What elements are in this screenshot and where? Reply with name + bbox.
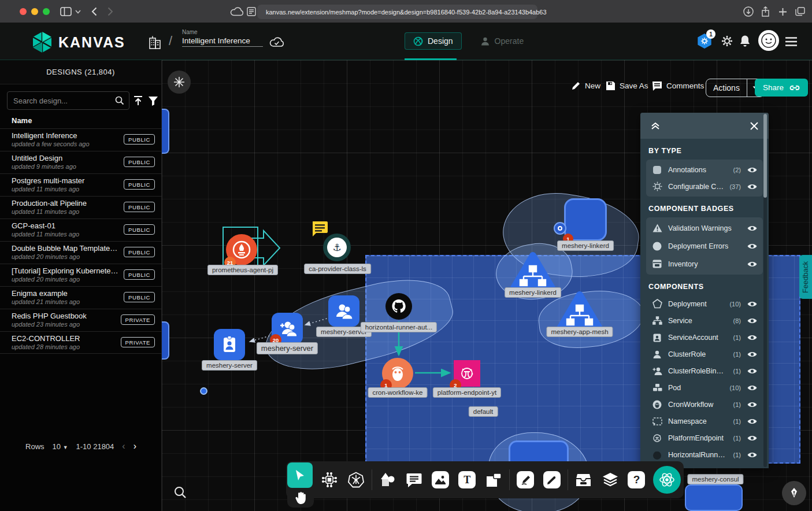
visibility-eye-icon[interactable] (747, 349, 757, 360)
tab-overview-icon[interactable] (795, 7, 805, 16)
comment-tool[interactable] (401, 473, 428, 487)
draw-pencil-tool[interactable] (539, 471, 565, 488)
visibility-eye-icon[interactable] (747, 316, 757, 326)
kubernetes-tool[interactable] (343, 472, 369, 488)
components-tool[interactable] (316, 472, 343, 487)
by-type-item[interactable]: Configurable Components (37) (646, 178, 763, 195)
component-item[interactable]: ServiceAccount (1) (646, 329, 763, 346)
design-row[interactable]: EC2-CONTROLLERupdated 28 minutes agoPRIV… (0, 331, 162, 354)
badge-toggle-item[interactable]: Deployment Errors (646, 237, 763, 255)
visibility-eye-icon[interactable] (747, 383, 757, 393)
panel-scrollbar[interactable] (763, 114, 767, 467)
design-row[interactable]: Untitled Designupdated 9 minutes agoPUBL… (0, 151, 162, 173)
new-button[interactable]: New (571, 81, 600, 91)
visibility-eye-icon[interactable] (747, 182, 757, 192)
meshery-server-serviceaccount-node[interactable] (214, 329, 245, 360)
visibility-eye-icon[interactable] (747, 259, 757, 269)
design-row[interactable]: Production-alt Pipelineupdated 11 minute… (0, 196, 162, 219)
component-item[interactable]: Service (8) (646, 312, 763, 329)
select-tool[interactable] (287, 462, 313, 488)
badge-toggle-item[interactable]: Inventory (646, 255, 763, 273)
downloads-icon[interactable] (743, 6, 754, 17)
component-item[interactable]: CronWorkflow (1) (646, 396, 763, 413)
design-name-input[interactable] (182, 35, 263, 47)
horizontal-runner-node[interactable] (385, 293, 412, 320)
new-tab-icon[interactable] (778, 8, 787, 16)
component-item[interactable]: ClusterRoleBinding (1) (646, 362, 763, 379)
prev-page-button[interactable]: ‹ (122, 441, 125, 451)
back-button[interactable] (91, 7, 97, 16)
design-row[interactable]: Redis PHP Guestbookupdated 23 minutes ag… (0, 309, 162, 331)
collapse-up-icon[interactable] (651, 122, 660, 130)
design-row[interactable]: Enigma exampleupdated 21 minutes agoPUBL… (0, 286, 162, 309)
extension-status[interactable]: 1 (697, 34, 712, 49)
text-tool[interactable]: T (454, 471, 480, 488)
by-type-item[interactable]: Annotations (2) (646, 161, 763, 178)
hamburger-menu-icon[interactable] (785, 37, 798, 46)
meshery-extension-button[interactable] (650, 466, 684, 494)
design-row[interactable]: [Tutorial] Exploring Kubernetes Podupdat… (0, 264, 162, 286)
component-item[interactable]: Deployment (10) (646, 295, 763, 312)
zoom-window-button[interactable] (43, 8, 50, 15)
reader-icon[interactable] (247, 7, 256, 16)
ca-provider-node[interactable]: ⚓ (323, 234, 351, 261)
snowflake-button[interactable] (168, 71, 191, 94)
selection-handle[interactable] (200, 387, 207, 395)
component-item[interactable]: PlatformEndpoint (1) (646, 429, 763, 446)
settings-gear-icon[interactable] (721, 35, 733, 47)
icloud-icon[interactable] (230, 7, 244, 16)
component-item[interactable]: HorizontalRunnerAutosc (1) (646, 446, 763, 463)
comment-annotation-icon[interactable] (311, 221, 328, 237)
pen-mode-button[interactable] (782, 481, 806, 505)
badge-toggle-item[interactable]: Validation Warnings (646, 219, 763, 237)
tab-operate[interactable]: Operate (472, 32, 532, 50)
component-item[interactable]: ClusterRole (1) (646, 346, 763, 362)
close-icon[interactable] (750, 122, 758, 130)
component-item[interactable]: Pod (10) (646, 379, 763, 396)
tab-design[interactable]: Design (405, 32, 462, 50)
visibility-eye-icon[interactable] (747, 433, 757, 443)
sidebar-toggle-icon[interactable] (60, 7, 72, 16)
meshery-server-clusterrole-node[interactable] (328, 295, 359, 327)
visibility-eye-icon[interactable] (747, 332, 757, 343)
edit-pen-tool[interactable] (512, 471, 539, 488)
minimize-window-button[interactable] (31, 8, 38, 15)
search-icon[interactable] (115, 96, 124, 105)
url-bar[interactable]: kanvas.new/extension/meshmap?mode=design… (257, 5, 537, 19)
visibility-eye-icon[interactable] (747, 399, 757, 410)
design-row[interactable]: Double Bubble Map Template-copyupdated 2… (0, 241, 162, 264)
comments-button[interactable]: Comments (652, 81, 704, 91)
share-page-icon[interactable] (761, 6, 770, 17)
visibility-eye-icon[interactable] (747, 366, 757, 376)
rows-per-page-select[interactable]: 10 ▼ (53, 442, 68, 451)
design-row[interactable]: Intelligent Inferenceupdated a few secon… (0, 128, 162, 151)
visibility-eye-icon[interactable] (747, 241, 757, 251)
component-item[interactable]: Namespace (1) (646, 413, 763, 429)
sidebar-chevron-icon[interactable] (75, 10, 81, 14)
image-tool[interactable] (427, 471, 454, 488)
visibility-eye-icon[interactable] (747, 416, 757, 427)
visibility-eye-icon[interactable] (747, 223, 757, 234)
notifications-bell-icon[interactable] (739, 35, 751, 47)
save-as-button[interactable]: Save As (606, 81, 648, 91)
layers-tool[interactable] (597, 472, 624, 487)
pan-tool[interactable] (287, 488, 314, 508)
search-input[interactable] (12, 96, 112, 106)
user-avatar[interactable] (758, 30, 779, 51)
share-button[interactable]: Share (755, 79, 808, 97)
next-page-button[interactable]: › (134, 441, 136, 451)
workspace-icon[interactable] (148, 35, 162, 50)
shape-tool[interactable] (480, 473, 507, 487)
shapes-tool[interactable] (375, 472, 401, 487)
feedback-tab[interactable]: Feedback (799, 255, 812, 299)
forward-button[interactable] (107, 7, 113, 16)
import-icon[interactable] (133, 95, 143, 106)
help-tool[interactable]: ? (624, 471, 650, 488)
close-window-button[interactable] (20, 8, 27, 15)
drawer-tool[interactable] (570, 473, 597, 487)
visibility-eye-icon[interactable] (747, 450, 757, 460)
design-row[interactable]: Postgres multi-masterupdated 11 minutes … (0, 173, 162, 196)
filter-icon[interactable] (148, 96, 158, 106)
visibility-eye-icon[interactable] (747, 299, 757, 309)
name-column-header[interactable]: Name (12, 116, 32, 125)
